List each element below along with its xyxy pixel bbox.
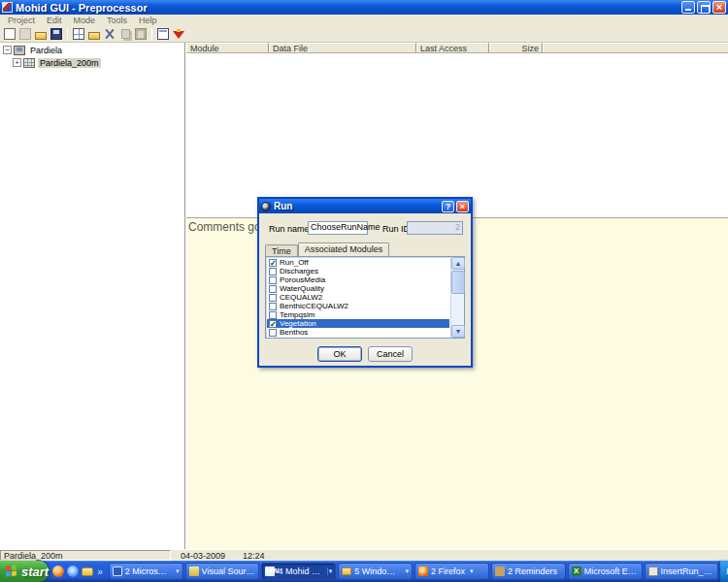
column-header-data-file[interactable]: Data File [269, 43, 416, 52]
module-label: Run_Off [280, 258, 309, 267]
discharges-checkbox[interactable] [269, 268, 277, 275]
waterquality-checkbox[interactable] [269, 285, 277, 293]
column-header-size[interactable]: Size [489, 43, 543, 52]
cut-button[interactable] [102, 27, 117, 42]
collapse-expander-icon[interactable]: − [3, 46, 12, 54]
run-dialog-body: Run name ChooseRunName Run ID 2 TimeAsso… [259, 213, 471, 366]
open-data-folder-button[interactable] [86, 27, 102, 42]
menu-item-tools[interactable]: Tools [101, 16, 133, 25]
reminder-icon [495, 566, 505, 576]
task-label: Visual Sourc... [202, 566, 256, 576]
module-row-discharges[interactable]: Discharges [267, 267, 449, 275]
minimize-button[interactable] [681, 1, 695, 14]
module-label: Discharges [280, 267, 318, 275]
listbox-scrollbar[interactable]: ▲ ▼ [450, 257, 464, 338]
close-button[interactable] [712, 1, 726, 14]
taskbar-button-5-windows[interactable]: 5 Windows...▾ [338, 563, 413, 580]
project-tree-panel: − Pardiela + Pardiela_200m [0, 43, 185, 549]
menu-item-project[interactable]: Project [2, 16, 41, 25]
module-row-run_off[interactable]: ✓Run_Off [267, 258, 449, 267]
folder-icon [342, 567, 351, 575]
mohid-icon: MW [265, 566, 275, 576]
paste-icon [135, 28, 147, 40]
column-header-last-access[interactable]: Last Access [416, 43, 489, 52]
tab-time[interactable]: Time [265, 244, 298, 256]
start-button[interactable]: start [0, 561, 49, 582]
vegetation-checkbox[interactable]: ✓ [269, 320, 277, 328]
taskbar-button-visual-sourc[interactable]: Visual Sourc... [185, 563, 260, 580]
run_off-checkbox[interactable]: ✓ [269, 259, 277, 267]
module-row-cequalw2[interactable]: CEQUALW2 [267, 293, 449, 302]
module-row-vegetation[interactable]: ✓Vegetation [267, 319, 449, 328]
benthiccequalw2-checkbox[interactable] [269, 303, 277, 310]
menu-item-edit[interactable]: Edit [41, 16, 68, 25]
project-node-icon [14, 46, 25, 55]
group-dropdown-icon[interactable]: ▾ [174, 567, 180, 575]
module-label: BenthicCEQUALW2 [280, 302, 348, 310]
run-dialog-title: Run [274, 201, 440, 211]
tree-item-pardiela[interactable]: − Pardiela [0, 45, 184, 55]
cut-icon [104, 28, 116, 40]
group-dropdown-icon[interactable]: ▾ [327, 567, 333, 575]
open-folder-button[interactable] [33, 27, 49, 42]
tree-item-label[interactable]: Pardiela_200m [38, 58, 101, 68]
expand-expander-icon[interactable]: + [13, 58, 21, 67]
toolbar-separator [67, 28, 68, 41]
project-windows-button[interactable] [71, 27, 86, 42]
comment-window-icon [157, 28, 169, 40]
module-label: Benthos [280, 328, 308, 337]
cancel-button[interactable]: Cancel [368, 346, 413, 362]
tempqsim-checkbox[interactable] [269, 311, 277, 319]
restore-button[interactable] [697, 1, 711, 14]
module-row-benthiccequalw2[interactable]: BenthicCEQUALW2 [267, 302, 449, 310]
menu-item-mode[interactable]: Mode [68, 16, 102, 25]
run-dialog-titlebar[interactable]: Run ? × [259, 199, 471, 213]
taskbar-button-insertrun-2[interactable]: InsertRun_2... [645, 563, 719, 580]
module-row-porousmedia[interactable]: PorousMedia [267, 275, 449, 284]
taskbar-button-2-reminders[interactable]: 2 Reminders [491, 563, 566, 580]
quick-launch-bar: » [49, 566, 107, 577]
insert-run-button[interactable] [171, 27, 186, 42]
taskbar-button-2-microsof[interactable]: 2 Microsof...▾ [109, 563, 183, 580]
column-header-module[interactable]: Module [186, 43, 269, 52]
group-dropdown-icon[interactable]: ▾ [468, 567, 474, 575]
system-tray: PT ‹ 12:24 [720, 561, 728, 582]
module-row-benthos[interactable]: Benthos [267, 328, 449, 337]
new-file-button[interactable] [2, 27, 17, 42]
tree-item-label[interactable]: Pardiela [28, 46, 64, 55]
firefox-icon[interactable] [52, 566, 64, 577]
insert-run-icon [173, 31, 184, 39]
tree-item-pardiela-200m[interactable]: + Pardiela_200m [0, 57, 184, 68]
start-label: start [21, 565, 49, 579]
module-row-tempqsim[interactable]: Tempqsim [267, 310, 449, 319]
scroll-down-icon[interactable]: ▼ [451, 325, 465, 338]
taskbar-button-4-mohid-gui[interactable]: MW4 Mohid GUI▾ [261, 563, 336, 580]
benthos-checkbox[interactable] [269, 329, 277, 337]
module-label: PorousMedia [280, 275, 325, 284]
save-icon [50, 28, 62, 40]
scrollbar-thumb[interactable] [451, 271, 465, 294]
dialog-close-button[interactable]: × [456, 201, 469, 212]
copy-button [117, 27, 133, 42]
taskbar-button-microsoft-excel[interactable]: XMicrosoft Excel [568, 563, 643, 580]
porousmedia-checkbox[interactable] [269, 276, 277, 284]
group-dropdown-icon[interactable]: ▾ [404, 567, 410, 575]
firefox-icon [418, 566, 428, 576]
cequalw2-checkbox[interactable] [269, 294, 277, 302]
menu-item-help[interactable]: Help [133, 16, 163, 25]
comment-window-button[interactable] [155, 27, 171, 42]
internet-explorer-icon[interactable] [67, 566, 79, 577]
dialog-buttons: OK Cancel [259, 346, 471, 362]
overflow-chevron[interactable]: » [97, 566, 103, 577]
open-folder-icon [35, 32, 47, 40]
taskbar-button-2-firefox[interactable]: 2 Firefox▾ [414, 563, 489, 580]
ok-button[interactable]: OK [317, 346, 362, 362]
run-name-input[interactable]: ChooseRunName [308, 221, 368, 235]
tab-associated-modules[interactable]: Associated Modules [298, 242, 390, 256]
save-button[interactable] [49, 27, 64, 42]
scroll-up-icon[interactable]: ▲ [451, 257, 465, 270]
help-button[interactable]: ? [442, 201, 454, 212]
folder-icon[interactable] [82, 567, 93, 576]
notepad-icon [648, 566, 658, 576]
module-row-waterquality[interactable]: WaterQuality [267, 284, 449, 293]
